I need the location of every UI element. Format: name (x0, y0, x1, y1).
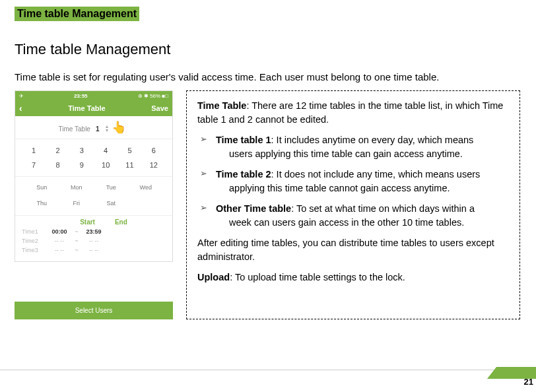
text-cont: users applying this time table can gain … (216, 147, 509, 161)
num-cell[interactable]: 6 (142, 143, 166, 158)
time-label: Time2 (22, 238, 47, 244)
day-grid-row2: Thu Fri Sat (15, 197, 172, 216)
day-cell (129, 197, 164, 210)
number-grid: 1 2 3 4 5 6 7 8 9 10 11 12 (15, 139, 172, 177)
num-cell[interactable]: 9 (70, 158, 94, 172)
page-number: 21 (524, 377, 533, 387)
footer-line (0, 370, 536, 370)
start-header: Start (80, 218, 95, 226)
label: Time table 2 (216, 169, 271, 180)
end-header: End (115, 218, 127, 226)
text-cont: applying this time table cannot gain acc… (216, 181, 509, 195)
time-header: Start End (22, 218, 166, 226)
bullet-text: Time table 1: It includes anytime on eve… (216, 133, 509, 161)
info-upload: Upload: To upload time table settings to… (197, 271, 509, 284)
num-cell[interactable]: 11 (117, 158, 141, 172)
time-start: 00:00 (47, 228, 72, 235)
text: : It includes anytime on every day, whic… (271, 135, 474, 145)
text: : To upload time table settings to the l… (230, 272, 405, 282)
section-highlight: Time table Management (15, 7, 139, 21)
label: Time table 1 (216, 135, 271, 145)
timetable-selector[interactable]: Time Table 1 ▲▼ 👆 (15, 116, 172, 139)
phone-screenshot: ✈ 23:55 ⊕ ✱ 56% ■□ ‹ Time Table Save Tim… (15, 90, 173, 262)
info-timetable: Time Table: There are 12 time tables in … (197, 99, 509, 127)
status-time: 23:55 (74, 93, 87, 99)
num-cell[interactable]: 10 (94, 158, 117, 172)
num-cell[interactable]: 3 (70, 143, 94, 158)
tilde: ~ (72, 247, 81, 253)
time-start: -- -- (47, 247, 72, 253)
day-cell[interactable]: Sun (24, 181, 59, 194)
nav-bar: ‹ Time Table Save (15, 100, 172, 116)
signal-icon: ✈ (19, 93, 24, 99)
stepper-arrows-icon[interactable]: ▲▼ (104, 125, 109, 133)
time-label: Time3 (22, 247, 47, 253)
time-end: -- -- (81, 247, 106, 253)
back-button[interactable]: ‹ (19, 103, 22, 114)
day-cell[interactable]: Thu (24, 197, 59, 210)
num-cell[interactable]: 5 (117, 143, 141, 158)
num-cell[interactable]: 2 (46, 143, 69, 158)
num-cell[interactable]: 7 (22, 158, 46, 172)
num-cell[interactable]: 12 (142, 158, 166, 172)
time-section: Start End Time1 00:00 ~ 23:59 Time2 -- -… (15, 216, 172, 261)
label: Time Table (197, 100, 246, 111)
info-panel: Time Table: There are 12 time tables in … (186, 90, 520, 319)
num-cell[interactable]: 8 (46, 158, 69, 172)
info-distribute: After editing time tables, you can distr… (197, 236, 509, 264)
day-cell[interactable]: Fri (59, 197, 94, 210)
day-grid-row1: Sun Mon Tue Wed (15, 177, 172, 197)
status-battery: ⊕ ✱ 56% ■□ (138, 93, 168, 99)
day-cell[interactable]: Wed (129, 181, 164, 194)
nav-title: Time Table (68, 104, 105, 112)
bullet-item: ➢ Time table 1: It includes anytime on e… (197, 133, 509, 161)
label: Other Time table (216, 203, 291, 214)
num-cell[interactable]: 4 (94, 143, 117, 158)
pointer-hand-icon: 👆 (112, 120, 126, 135)
text: : To set at what time on which days with… (291, 203, 475, 214)
content-row: ✈ 23:55 ⊕ ✱ 56% ■□ ‹ Time Table Save Tim… (15, 90, 536, 319)
time-row[interactable]: Time3 -- -- ~ -- -- (22, 245, 166, 255)
time-end: -- -- (81, 238, 106, 244)
tt-value: 1 (96, 125, 100, 133)
bullet-text: Time table 2: It does not include any ti… (216, 168, 509, 195)
intro-text: Time table is set for regulating user's … (15, 71, 536, 82)
num-cell[interactable]: 1 (22, 143, 46, 158)
time-row[interactable]: Time1 00:00 ~ 23:59 (22, 227, 166, 236)
day-cell[interactable]: Mon (59, 181, 94, 194)
text: : It does not include any time, which me… (271, 169, 481, 180)
bullet-item: ➢ Other Time table: To set at what time … (197, 202, 509, 230)
day-cell[interactable]: Tue (94, 181, 129, 194)
select-users-button[interactable]: Select Users (15, 302, 173, 319)
text-cont: week can users gain access in the other … (216, 216, 509, 230)
time-start: -- -- (47, 238, 72, 244)
bullet-icon: ➢ (197, 133, 216, 161)
bullet-text: Other Time table: To set at what time on… (216, 202, 509, 230)
save-button[interactable]: Save (151, 104, 168, 112)
day-cell[interactable]: Sat (94, 197, 129, 210)
status-bar: ✈ 23:55 ⊕ ✱ 56% ■□ (15, 91, 172, 100)
time-label: Time1 (22, 228, 47, 235)
bullet-item: ➢ Time table 2: It does not include any … (197, 168, 509, 195)
bullet-icon: ➢ (197, 168, 216, 195)
page-footer: 21 (0, 367, 536, 383)
label: Upload (197, 272, 230, 282)
tilde: ~ (72, 228, 81, 235)
time-row[interactable]: Time2 -- -- ~ -- -- (22, 236, 166, 245)
tt-label: Time Table (59, 125, 90, 133)
page-title: Time table Management (15, 41, 536, 58)
tilde: ~ (72, 238, 81, 244)
bullet-icon: ➢ (197, 202, 216, 230)
phone-column: ✈ 23:55 ⊕ ✱ 56% ■□ ‹ Time Table Save Tim… (15, 90, 173, 319)
time-end: 23:59 (81, 228, 106, 235)
